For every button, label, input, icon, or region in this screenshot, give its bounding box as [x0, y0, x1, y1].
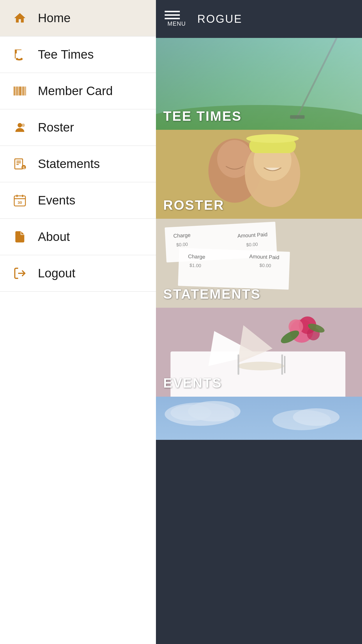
sidebar-item-logout-label: Logout: [38, 266, 75, 280]
document-icon: [12, 229, 28, 245]
svg-rect-3: [13, 87, 15, 96]
svg-point-52: [238, 362, 284, 370]
svg-point-13: [21, 124, 25, 127]
home-icon: [12, 10, 28, 26]
top-bar: MENU ROGUE: [156, 0, 362, 38]
svg-rect-4: [15, 87, 16, 96]
svg-rect-7: [19, 87, 21, 96]
svg-text:30: 30: [17, 200, 22, 205]
svg-rect-63: [284, 356, 285, 373]
svg-rect-62: [281, 354, 283, 375]
sidebar-item-logout[interactable]: Logout: [0, 255, 156, 292]
brand-name: ROGUE: [197, 13, 242, 25]
sidebar-item-statements[interactable]: $ Statements: [0, 146, 156, 182]
svg-text:Charge: Charge: [173, 232, 191, 239]
about-bg: [156, 397, 362, 440]
svg-text:Amount Paid: Amount Paid: [249, 253, 280, 260]
sidebar-item-tee-times[interactable]: Tee Times: [0, 36, 156, 73]
sidebar-item-member-card[interactable]: Member Card: [0, 73, 156, 109]
sidebar-item-member-card-label: Member Card: [38, 84, 113, 98]
sidebar-item-home[interactable]: Home: [0, 0, 156, 36]
tile-statements[interactable]: Charge Amount Paid $0.00 $0.00 Charge Am…: [156, 219, 362, 308]
svg-text:$0.00: $0.00: [259, 263, 271, 268]
sidebar-item-about-label: About: [38, 230, 70, 244]
svg-rect-8: [21, 87, 22, 96]
svg-rect-70: [156, 397, 362, 440]
tile-events-label: EVENTS: [163, 375, 222, 391]
sidebar-item-events[interactable]: 30 Events: [0, 182, 156, 219]
svg-text:$0.00: $0.00: [176, 242, 188, 247]
svg-rect-11: [25, 87, 26, 96]
tile-events[interactable]: EVENTS: [156, 308, 362, 397]
tile-tee-times[interactable]: TEE TIMES: [156, 38, 362, 130]
svg-rect-61: [238, 354, 239, 375]
sidebar: Home Tee Times: [0, 0, 156, 644]
svg-point-2: [16, 59, 22, 60]
sidebar-item-home-label: Home: [38, 11, 71, 25]
svg-rect-5: [16, 87, 17, 96]
tile-roster[interactable]: ROSTER: [156, 130, 362, 219]
barcode-icon: [12, 83, 28, 99]
svg-text:$0.00: $0.00: [246, 242, 258, 247]
tile-statements-label: STATEMENTS: [163, 286, 261, 302]
main-content: MENU ROGUE: [156, 0, 362, 644]
tile-roster-label: ROSTER: [163, 197, 224, 213]
sidebar-item-statements-label: Statements: [38, 157, 100, 171]
svg-text:Charge: Charge: [188, 253, 205, 260]
flag-icon: [12, 47, 28, 63]
svg-rect-14: [15, 159, 22, 169]
tile-tee-times-label: TEE TIMES: [163, 108, 242, 124]
svg-text:$1.00: $1.00: [189, 263, 201, 268]
menu-label: MENU: [168, 20, 186, 27]
calendar-icon: 30: [12, 192, 28, 209]
sidebar-item-tee-times-label: Tee Times: [38, 48, 94, 62]
logout-icon: [12, 265, 28, 281]
svg-rect-9: [22, 87, 24, 96]
sidebar-item-roster[interactable]: Roster: [0, 109, 156, 146]
sidebar-item-about[interactable]: About: [0, 219, 156, 255]
person-icon: [12, 120, 28, 136]
menu-button[interactable]: MENU: [165, 11, 189, 27]
statements-icon: $: [12, 156, 28, 172]
sidebar-item-events-label: Events: [38, 193, 75, 207]
tile-about[interactable]: [156, 397, 362, 440]
svg-point-38: [246, 134, 299, 143]
svg-rect-6: [18, 87, 19, 96]
svg-text:$: $: [22, 165, 25, 170]
sidebar-item-roster-label: Roster: [38, 120, 74, 134]
svg-rect-10: [24, 87, 25, 96]
svg-point-12: [17, 123, 22, 127]
